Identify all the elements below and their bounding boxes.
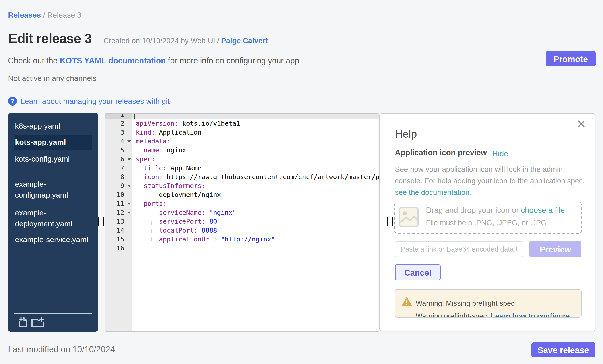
git-releases-link[interactable]: Learn about managing your releases with … (21, 97, 170, 105)
editor-line-14: 14 localPort: 8888 (105, 226, 379, 235)
help-desc-text: See how your application icon will look … (395, 165, 585, 185)
code-line: - deployment/nginx (132, 190, 379, 199)
right-resize-handle[interactable] (387, 217, 388, 226)
icon-url-input[interactable] (395, 241, 523, 257)
code-line: kind: Application (132, 128, 379, 137)
page: Releases / Release 3 Edit release 3 Crea… (0, 0, 603, 364)
file-item-kots-config.yaml[interactable]: kots-config.yaml (8, 154, 98, 165)
fold-caret-icon[interactable] (127, 203, 131, 205)
editor-line-2: 2apiVersion: kots.io/v1beta1 (105, 119, 379, 128)
image-placeholder-icon (398, 207, 419, 228)
git-help-row: ?Learn about managing your releases with… (8, 96, 170, 106)
code-line: servicePort: 80 (132, 217, 379, 226)
new-folder-icon[interactable] (31, 317, 45, 328)
file-item-example-configmap.yaml[interactable]: example-configmap.yaml (8, 179, 98, 200)
gutter-line-number[interactable]: 4 (105, 137, 132, 146)
editor-line-10: 10 - deployment/nginx (105, 190, 379, 199)
gutter-line-number[interactable]: 1 (105, 113, 132, 119)
created-text: Created on 10/10/2024 by Web UI / (104, 36, 221, 45)
subtitle-prefix: Check out the (8, 56, 60, 65)
icon-dropzone[interactable]: Drag and drop your icon or choose a file… (394, 202, 582, 234)
editor-line-9: 9 statusInformers: (105, 181, 379, 190)
gutter-line-number[interactable]: 14 (105, 226, 132, 235)
choose-file-link[interactable]: choose a file (521, 206, 565, 214)
see-documentation-link[interactable]: see the documentation (395, 188, 469, 197)
editor-line-13: 13 servicePort: 80 (105, 217, 379, 226)
editor-line-11: 11 ports: (105, 199, 379, 208)
warning-detail-text: Warning preflight-spec. (416, 312, 491, 318)
code-line: --- (132, 113, 379, 119)
editor-line-12: 12 - serviceName: "nginx" (105, 208, 379, 217)
question-icon: ? (8, 97, 17, 106)
code-line: ports: (132, 199, 379, 208)
editor-line-1: 1--- (105, 113, 379, 119)
promote-button[interactable]: Promote (546, 51, 596, 66)
breadcrumb: Releases / Release 3 (8, 11, 81, 19)
file-item-example-service.yaml[interactable]: example-service.yaml (8, 234, 98, 245)
editor-line-15: 15 applicationUrl: "http://nginx" (105, 235, 379, 244)
breadcrumb-separator: / (41, 11, 47, 19)
code-line: title: App Name (132, 164, 379, 172)
help-desc-period: . (469, 188, 471, 197)
close-icon[interactable] (578, 120, 588, 131)
code-line: localPort: 8888 (132, 226, 379, 235)
hide-link[interactable]: Hide (492, 149, 508, 158)
breadcrumb-current: Release 3 (47, 11, 81, 19)
gutter-line-number[interactable]: 10 (105, 190, 132, 199)
yaml-editor[interactable]: 1---2apiVersion: kots.io/v1beta13kind: A… (105, 113, 379, 332)
file-item-kots-app.yaml[interactable]: kots-app.yaml (14, 134, 92, 150)
gutter-line-number[interactable]: 5 (105, 146, 132, 154)
preview-button[interactable]: Preview (529, 241, 581, 257)
fold-caret-icon[interactable] (127, 185, 131, 187)
gutter-line-number[interactable]: 3 (105, 128, 132, 137)
file-item-k8s-app.yaml[interactable]: k8s-app.yaml (8, 121, 98, 132)
new-file-icon[interactable] (19, 317, 27, 328)
warning-title: Warning: Missing preflight spec (416, 299, 514, 308)
editor-line-3: 3kind: Application (105, 128, 379, 137)
sidebar-actions (8, 315, 98, 332)
learn-configure-link[interactable]: Learn how to configure (491, 312, 570, 318)
channel-status: Not active in any channels (8, 74, 97, 83)
help-description: See how your application icon will look … (395, 164, 600, 198)
editor-line-16: 16 (105, 244, 379, 253)
help-title: Help (395, 128, 417, 140)
left-resize-handle[interactable] (103, 217, 104, 226)
editor-line-6: 6spec: (105, 154, 379, 164)
save-release-button[interactable]: Save release (531, 342, 595, 357)
last-modified: Last modified on 10/10/2024 (8, 345, 115, 354)
editor-cursor (134, 114, 135, 119)
code-line: name: nginx (132, 146, 379, 154)
fold-caret-icon[interactable] (127, 212, 131, 214)
editor-line-5: 5 name: nginx (105, 146, 379, 154)
warning-detail: Warning preflight-spec. Learn how to con… (416, 312, 570, 318)
editor-line-4: 4metadata: (105, 137, 379, 146)
dropzone-text: Drag and drop your icon or choose a file (426, 206, 565, 215)
file-sidebar: k8s-app.yamlkots-app.yamlkots-config.yam… (8, 113, 98, 332)
gutter-line-number[interactable]: 6 (105, 154, 132, 164)
created-line: Created on 10/10/2024 by Web UI / Paige … (104, 36, 268, 45)
file-item-example-deployment.yaml[interactable]: example-deployment.yaml (8, 207, 98, 229)
author-link[interactable]: Paige Calvert (221, 36, 268, 45)
cancel-button[interactable]: Cancel (395, 265, 441, 280)
gutter-line-number[interactable]: 16 (105, 244, 132, 253)
kots-doc-link[interactable]: KOTS YAML documentation (60, 56, 166, 65)
help-section-title: Application icon preview (395, 148, 487, 157)
code-line: statusInformers: (132, 181, 379, 190)
warning-icon (402, 297, 412, 307)
gutter-line-number[interactable]: 15 (105, 235, 132, 244)
left-resize-handle[interactable] (98, 217, 99, 226)
preflight-warning: Warning: Missing preflight spec Warning … (395, 289, 582, 318)
gutter-line-number[interactable]: 11 (105, 199, 132, 208)
gutter-line-number[interactable]: 12 (105, 208, 132, 217)
fold-caret-icon[interactable] (127, 158, 131, 160)
fold-caret-icon[interactable] (127, 140, 131, 143)
gutter-line-number[interactable]: 7 (105, 164, 132, 172)
breadcrumb-releases-link[interactable]: Releases (8, 11, 41, 19)
subtitle: Check out the KOTS YAML documentation fo… (8, 56, 302, 66)
gutter-line-number[interactable]: 8 (105, 172, 132, 181)
code-line (132, 244, 379, 253)
gutter-line-number[interactable]: 13 (105, 217, 132, 226)
right-resize-handle[interactable] (392, 217, 393, 226)
gutter-line-number[interactable]: 2 (105, 119, 132, 128)
gutter-line-number[interactable]: 9 (105, 181, 132, 190)
